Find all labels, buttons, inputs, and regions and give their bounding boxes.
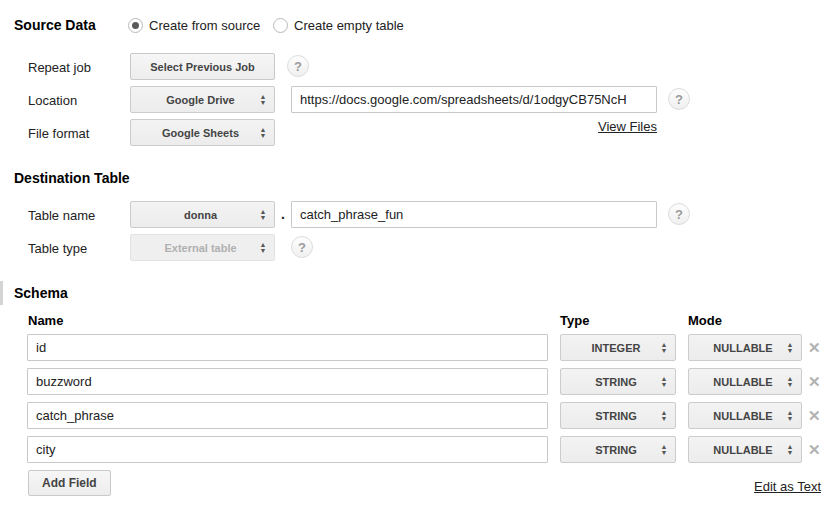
repeat-job-label: Repeat job <box>28 60 91 75</box>
edit-as-text-link[interactable]: Edit as Text <box>754 479 821 494</box>
radio-selected-icon[interactable] <box>128 18 143 33</box>
view-files-link[interactable]: View Files <box>598 119 657 134</box>
schema-field-type-value: STRING <box>561 410 657 422</box>
file-format-label: File format <box>28 126 89 141</box>
schema-field-name-input[interactable] <box>27 436 548 463</box>
schema-section-divider <box>0 281 3 305</box>
chevron-updown-icon: ▲▼ <box>657 444 675 456</box>
radio-create-empty-table[interactable]: Create empty table <box>273 18 404 33</box>
chevron-updown-icon: ▲▼ <box>256 127 274 139</box>
schema-field-mode-value: NULLABLE <box>689 444 783 456</box>
location-source-dropdown[interactable]: Google Drive ▲▼ <box>130 86 275 113</box>
schema-field-type-value: STRING <box>561 444 657 456</box>
edit-as-text-link-wrap: Edit as Text <box>600 477 821 495</box>
schema-field-mode-dropdown[interactable]: NULLABLE ▲▼ <box>688 334 802 361</box>
schema-heading: Schema <box>14 285 68 301</box>
chevron-updown-icon: ▲▼ <box>657 410 675 422</box>
schema-field-name-input[interactable] <box>27 368 548 395</box>
create-table-form: Source Data Create from source Create em… <box>0 0 833 516</box>
location-help-icon[interactable]: ? <box>668 88 690 110</box>
schema-column-header-type: Type <box>560 313 589 328</box>
repeat-job-help-icon[interactable]: ? <box>287 55 309 77</box>
chevron-updown-icon: ▲▼ <box>657 376 675 388</box>
radio-create-empty-table-label: Create empty table <box>294 18 404 33</box>
radio-unselected-icon[interactable] <box>273 18 288 33</box>
schema-field-mode-value: NULLABLE <box>689 342 783 354</box>
chevron-updown-icon: ▲▼ <box>256 242 274 254</box>
schema-field-type-dropdown[interactable]: STRING ▲▼ <box>560 402 676 429</box>
file-format-dropdown[interactable]: Google Sheets ▲▼ <box>130 119 275 146</box>
remove-field-icon[interactable]: ✕ <box>808 442 821 457</box>
schema-field-type-value: INTEGER <box>561 342 657 354</box>
destination-table-heading: Destination Table <box>14 170 130 186</box>
dataset-table-separator: . <box>281 206 285 222</box>
chevron-updown-icon: ▲▼ <box>783 444 801 456</box>
remove-field-icon[interactable]: ✕ <box>808 374 821 389</box>
view-files-link-wrap: View Files <box>291 117 657 135</box>
chevron-updown-icon: ▲▼ <box>256 209 274 221</box>
chevron-updown-icon: ▲▼ <box>783 376 801 388</box>
schema-field-mode-value: NULLABLE <box>689 410 783 422</box>
dataset-dropdown[interactable]: donna ▲▼ <box>130 201 275 228</box>
schema-field-name-input[interactable] <box>27 402 548 429</box>
table-type-label: Table type <box>28 241 87 256</box>
table-name-input[interactable] <box>291 201 657 228</box>
location-url-input[interactable] <box>291 86 657 113</box>
schema-field-mode-dropdown[interactable]: NULLABLE ▲▼ <box>688 402 802 429</box>
radio-create-from-source-label: Create from source <box>149 18 260 33</box>
table-name-help-icon[interactable]: ? <box>668 203 690 225</box>
schema-field-type-dropdown[interactable]: INTEGER ▲▼ <box>560 334 676 361</box>
schema-field-mode-value: NULLABLE <box>689 376 783 388</box>
select-previous-job-button[interactable]: Select Previous Job <box>130 53 275 80</box>
remove-field-icon[interactable]: ✕ <box>808 340 821 355</box>
schema-field-type-dropdown[interactable]: STRING ▲▼ <box>560 368 676 395</box>
schema-field-type-dropdown[interactable]: STRING ▲▼ <box>560 436 676 463</box>
chevron-updown-icon: ▲▼ <box>783 410 801 422</box>
chevron-updown-icon: ▲▼ <box>256 94 274 106</box>
location-source-dropdown-value: Google Drive <box>131 94 256 106</box>
location-label: Location <box>28 93 77 108</box>
schema-field-name-input[interactable] <box>27 334 548 361</box>
chevron-updown-icon: ▲▼ <box>783 342 801 354</box>
table-name-label: Table name <box>28 208 95 223</box>
chevron-updown-icon: ▲▼ <box>657 342 675 354</box>
schema-column-header-mode: Mode <box>688 313 722 328</box>
schema-column-header-name: Name <box>28 313 63 328</box>
table-type-help-icon[interactable]: ? <box>291 236 313 258</box>
add-field-button[interactable]: Add Field <box>28 470 111 496</box>
file-format-dropdown-value: Google Sheets <box>131 127 256 139</box>
dataset-dropdown-value: donna <box>131 209 256 221</box>
table-type-dropdown-value: External table <box>131 242 256 254</box>
schema-field-mode-dropdown[interactable]: NULLABLE ▲▼ <box>688 368 802 395</box>
schema-field-mode-dropdown[interactable]: NULLABLE ▲▼ <box>688 436 802 463</box>
radio-create-from-source[interactable]: Create from source <box>128 18 260 33</box>
schema-field-type-value: STRING <box>561 376 657 388</box>
remove-field-icon[interactable]: ✕ <box>808 408 821 423</box>
source-data-heading: Source Data <box>14 17 96 33</box>
table-type-dropdown: External table ▲▼ <box>130 234 275 261</box>
